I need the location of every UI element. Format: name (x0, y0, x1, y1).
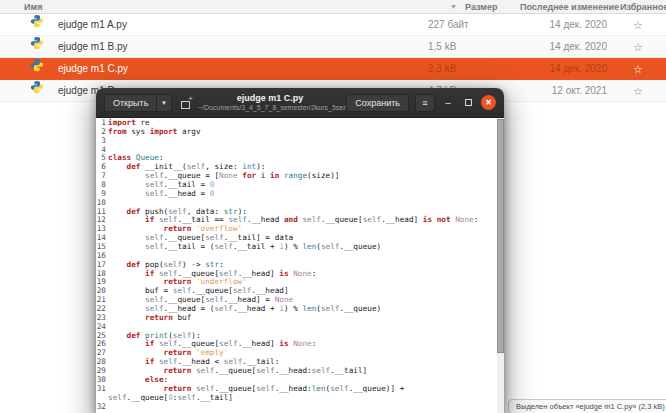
code-lines: 1import re2from sys import argv3 4 5clas… (96, 119, 504, 411)
code-line: 23 return buf (96, 314, 504, 323)
minimize-icon: – (445, 97, 451, 108)
file-row[interactable]: ejudge m1 C.py2,3 kB14 дек. 2020☆ (0, 58, 666, 80)
line-number: 32 (96, 403, 108, 412)
line-number: 31 (96, 385, 108, 394)
save-button[interactable]: Сохранить (346, 94, 409, 112)
file-row[interactable]: ejudge m1 A.py227 байт14 дек. 2020☆ (0, 14, 666, 36)
minimize-button[interactable]: – (441, 97, 455, 108)
maximize-icon (465, 99, 472, 106)
close-button[interactable]: ✕ (481, 95, 496, 110)
code-line: 32 (96, 403, 504, 412)
star-icon[interactable]: ☆ (620, 80, 656, 102)
file-size: 1,5 kB (428, 36, 456, 58)
document-path: ~/Documents/3_4_5_7_8_semester/2kurs_5se… (198, 104, 342, 112)
new-document-button[interactable]: + (178, 95, 194, 111)
hamburger-icon: ≡ (422, 98, 427, 108)
code-line: 2from sys import argv (96, 128, 504, 137)
code-line: 9 self.__head = 0 (96, 190, 504, 199)
python-file-icon (30, 14, 44, 28)
file-modified: 14 дек. 2020 (520, 14, 607, 36)
code-line: 3 (96, 137, 504, 146)
file-name: ejudge m1 A.py (58, 14, 127, 36)
open-button[interactable]: Открыть (104, 94, 157, 112)
file-modified: 14 дек. 2020 (520, 36, 607, 58)
python-file-icon (30, 36, 44, 50)
file-row[interactable]: ejudge m1 B.py1,5 kB14 дек. 2020☆ (0, 36, 666, 58)
list-column-headers: Имя ▼ Размер Последнее изменение Избранн… (0, 0, 666, 14)
window-title-block: ejudge m1 C.py ~/Documents/3_4_5_7_8_sem… (194, 93, 346, 111)
file-name: ejudge m1 C.py (58, 58, 128, 80)
menu-button[interactable]: ≡ (415, 94, 435, 112)
maximize-button[interactable] (461, 97, 475, 108)
desktop: { "file_manager": { "columns": { "name":… (0, 0, 666, 413)
close-icon: ✕ (485, 98, 492, 107)
star-icon[interactable]: ☆ (620, 36, 656, 58)
selection-status-popup: Выделен объект «ejudge m1 C.py» (2,3 kB) (508, 399, 666, 413)
file-size: 227 байт (428, 14, 469, 36)
scrollbar-thumb[interactable] (497, 119, 504, 353)
scrollbar-track[interactable] (497, 118, 504, 413)
column-header-name[interactable]: Имя (24, 0, 42, 14)
editor-titlebar[interactable]: Открыть ▾ + ejudge m1 C.py ~/Documents/3… (96, 88, 504, 118)
star-icon[interactable]: ☆ (620, 58, 656, 80)
open-dropdown-button[interactable]: ▾ (157, 94, 172, 112)
python-file-icon (30, 58, 44, 72)
column-header-modified[interactable]: Последнее изменение (520, 0, 617, 14)
code-line: 15 self.__tail = (self.__tail + 1) % len… (96, 243, 504, 252)
column-header-size[interactable]: Размер (465, 0, 497, 14)
python-file-icon (30, 80, 44, 94)
code-editor[interactable]: 1import re2from sys import argv3 4 5clas… (96, 118, 504, 413)
file-modified: 14 дек. 2020 (520, 58, 607, 80)
file-name: ejudge m1 B.py (58, 36, 128, 58)
document-title: ejudge m1 C.py (198, 93, 342, 103)
star-icon[interactable]: ☆ (620, 14, 656, 36)
column-header-starred[interactable]: Избранное (620, 0, 666, 14)
file-size: 2,3 kB (428, 58, 456, 80)
chevron-down-icon: ▾ (162, 99, 166, 106)
file-modified: 12 окт. 2021 (520, 80, 607, 102)
editor-window: Открыть ▾ + ejudge m1 C.py ~/Documents/3… (96, 88, 504, 413)
code-line: self.__queue[0:self.__tail] (96, 394, 504, 403)
sort-arrow-icon: ▼ (450, 0, 457, 14)
